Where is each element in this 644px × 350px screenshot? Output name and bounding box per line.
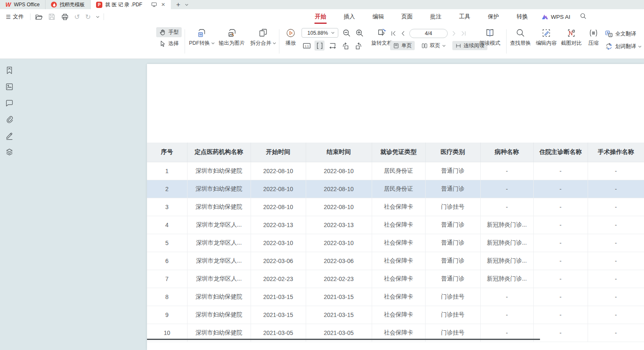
zoom-in-icon[interactable] — [355, 28, 364, 38]
last-page-icon[interactable] — [460, 30, 467, 37]
sidebar-thumbnails-icon[interactable] — [5, 82, 14, 91]
rotate-left-button[interactable] — [340, 41, 350, 51]
zoom-out-icon[interactable] — [342, 28, 351, 38]
pdf-convert-button[interactable]: W PDF转换 — [188, 24, 216, 47]
svg-text:W: W — [199, 33, 203, 36]
pdf-convert-icon: W — [197, 28, 207, 38]
menu-tab-page[interactable]: 页面 — [393, 9, 421, 24]
menu-tab-edit[interactable]: 编辑 — [364, 9, 393, 24]
select-tool-button[interactable]: 选择 — [156, 38, 182, 49]
wps-ai-button[interactable]: WPS AI — [537, 14, 576, 20]
table-cell: 门诊挂号 — [425, 288, 480, 306]
save-button[interactable] — [48, 13, 56, 20]
play-button[interactable]: 播放 — [281, 24, 300, 47]
table-cell: 深圳市龙华区人... — [187, 216, 251, 234]
undo-button[interactable]: ↺ — [74, 13, 80, 21]
file-menu-label: 文件 — [13, 13, 24, 20]
first-page-icon[interactable] — [390, 30, 397, 37]
export-image-label: 输出为图片 — [219, 40, 245, 47]
menu-search-button[interactable] — [576, 13, 591, 21]
cast-screen-icon[interactable] — [151, 2, 157, 8]
rotate-document-icon — [377, 28, 387, 38]
menu-tab-annotate[interactable]: 批注 — [421, 9, 450, 24]
table-cell: 深圳市龙华区人... — [187, 234, 251, 252]
table-cell: - — [533, 180, 588, 198]
sidebar-bookmark-icon[interactable] — [5, 66, 14, 75]
menu-tab-tools[interactable]: 工具 — [450, 9, 479, 24]
word-translate-button[interactable]: A文 划词翻译 — [605, 41, 641, 51]
page-indicator-input[interactable]: 4/4 — [409, 29, 448, 38]
redo-button[interactable]: ↻ — [85, 13, 91, 21]
screenshot-compare-button[interactable]: 截图对比 — [560, 24, 583, 47]
table-cell: 3 — [147, 198, 187, 216]
table-cell: - — [480, 198, 533, 216]
table-cell: 2022-08-10 — [306, 180, 372, 198]
table-cell: - — [588, 216, 644, 234]
edit-content-button[interactable]: 编辑内容 — [535, 24, 558, 47]
single-page-icon — [393, 43, 399, 49]
actual-size-button[interactable]: 1:1 — [302, 41, 312, 51]
table-row: 9深圳市妇幼保健院2021-03-152021-03-15社会保障卡门诊挂号--… — [147, 306, 644, 324]
menu-tab-convert[interactable]: 转换 — [508, 9, 537, 24]
tab-document-pdf[interactable]: P 就 医 记 录 .PDF ✕ — [91, 0, 171, 9]
table-cell: 社会保障卡 — [372, 198, 425, 216]
table-cell: - — [480, 288, 533, 306]
open-file-button[interactable] — [35, 13, 43, 21]
menu-tab-protect[interactable]: 保护 — [479, 9, 508, 24]
double-page-label: 双页 — [430, 42, 440, 49]
full-translate-icon: A文 — [605, 30, 613, 38]
sidebar-attachment-icon[interactable] — [5, 115, 14, 124]
fit-width-button[interactable] — [327, 41, 337, 51]
print-button[interactable] — [61, 13, 69, 21]
tab-wps-home-label: WPS Office — [14, 2, 40, 8]
new-tab-button[interactable]: ＋ — [175, 0, 182, 9]
pdf-page[interactable]: 序号 定点医药机构名称 开始时间 结束时间 就诊凭证类型 医疗类别 病种名称 住… — [147, 64, 644, 350]
fit-page-button[interactable] — [314, 41, 325, 51]
tab-docer-templates[interactable]: 找稻壳模板 — [46, 0, 91, 9]
previous-page-icon[interactable] — [400, 30, 406, 37]
single-page-button[interactable]: 单页 — [390, 41, 415, 50]
word-translate-label: 划词翻译 — [615, 43, 636, 50]
sidebar-signature-icon[interactable] — [5, 131, 14, 140]
split-merge-icon — [258, 28, 268, 38]
table-cell: 门诊挂号 — [425, 198, 480, 216]
table-row: 3深圳市妇幼保健院2022-08-102022-08-10社会保障卡门诊挂号--… — [147, 198, 644, 216]
next-page-icon[interactable] — [451, 30, 457, 37]
zoom-level-select[interactable]: 105.88% — [302, 28, 338, 38]
compress-button[interactable]: 压缩 — [585, 24, 602, 47]
table-cell: 深圳市妇幼保健院 — [187, 162, 251, 180]
full-translate-button[interactable]: A文 全文翻译 — [605, 29, 641, 39]
search-icon — [580, 13, 587, 20]
svg-text:A: A — [609, 43, 612, 47]
quickbar-more-chevron-icon[interactable] — [96, 16, 99, 18]
table-cell: 2022-03-10 — [306, 234, 372, 252]
file-menu-button[interactable]: ☰ 文件 — [6, 13, 24, 20]
hamburger-menu-icon: ☰ — [6, 14, 11, 20]
table-cell: 5 — [147, 234, 187, 252]
menu-tab-insert[interactable]: 插入 — [335, 9, 364, 24]
sidebar-layers-icon[interactable] — [5, 148, 14, 156]
hand-tool-button[interactable]: 手型 — [156, 27, 182, 37]
find-replace-label: 查找替换 — [510, 40, 531, 47]
table-cell: - — [588, 234, 644, 252]
table-cell: 社会保障卡 — [372, 234, 425, 252]
menu-tab-home[interactable]: 开始 — [306, 9, 335, 24]
hand-tool-label: 手型 — [168, 29, 179, 36]
tab-wps-home[interactable]: W WPS Office — [0, 0, 46, 9]
table-cell: 社会保障卡 — [372, 306, 425, 324]
export-image-button[interactable]: 输出为图片 — [216, 24, 247, 47]
table-cell: - — [533, 162, 588, 180]
close-tab-icon[interactable]: ✕ — [161, 2, 165, 8]
compress-icon — [588, 28, 598, 38]
rotate-right-button[interactable] — [353, 41, 363, 51]
double-page-button[interactable]: 双页 — [418, 41, 449, 50]
zoom-level-value: 105.88% — [307, 30, 328, 36]
sidebar-comment-icon[interactable] — [5, 99, 14, 107]
window-tab-bar: W WPS Office 找稻壳模板 P 就 医 记 录 .PDF ✕ ＋ — [0, 0, 644, 9]
header-institution: 定点医药机构名称 — [187, 143, 251, 162]
read-mode-button[interactable]: 阅读模式 — [478, 24, 502, 47]
docer-logo-icon — [51, 2, 57, 8]
tab-list-chevron-icon[interactable] — [185, 4, 188, 6]
split-merge-button[interactable]: 拆分合并 — [249, 24, 277, 47]
find-replace-button[interactable]: 查找替换 — [509, 24, 532, 47]
